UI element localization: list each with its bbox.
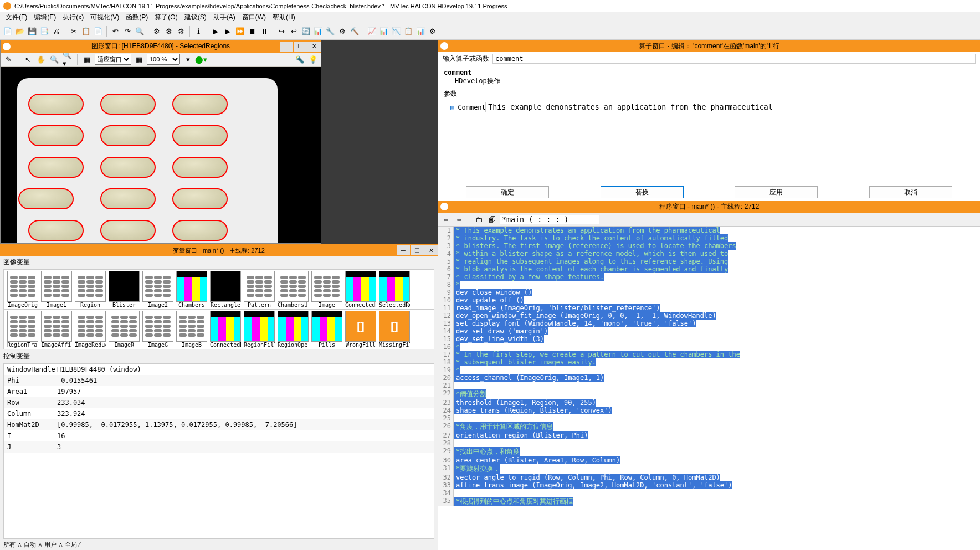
code-line[interactable]: 2* industry. The task is to check the co…	[438, 234, 980, 242]
operator-button-替换[interactable]: 替换	[601, 186, 684, 198]
toolbar-button[interactable]: 📉	[391, 26, 402, 37]
control-var-row[interactable]: WindowHandleH1EB8D9F4480 (window)	[4, 364, 434, 375]
toolbar-button[interactable]: ⏸	[259, 26, 270, 37]
toolbar-button[interactable]: 📋	[403, 26, 414, 37]
variable-thumbnail[interactable]: Chambers	[175, 271, 208, 308]
code-line[interactable]: 23threshold (Image1, Region, 90, 255)	[438, 399, 980, 407]
variable-thumbnail[interactable]: RegionOper	[276, 311, 310, 348]
code-line[interactable]: 3* blisters. The first image (reference)…	[438, 242, 980, 250]
operator-input[interactable]	[492, 54, 976, 64]
code-line[interactable]: 14dev_set_draw ('margin')	[438, 327, 980, 335]
fit-icon[interactable]: ▦	[81, 54, 93, 65]
toolbar-button[interactable]: ⚙	[427, 26, 438, 37]
variable-thumbnail[interactable]: ImageAffir	[40, 311, 73, 348]
toolbar-button[interactable]: 📊	[378, 26, 389, 37]
back-icon[interactable]: ⇦	[440, 214, 451, 225]
control-var-row[interactable]: Column323.924	[4, 408, 434, 419]
variable-thumbnail[interactable]: ConnectedR	[344, 271, 377, 308]
code-line[interactable]: 27orientation_region (Blister, Phi)	[438, 431, 980, 439]
variable-thumbnail[interactable]: ImageOrig	[6, 271, 39, 308]
minimize-button[interactable]: ─	[397, 245, 410, 255]
toolbar-button[interactable]: ↪	[276, 26, 287, 37]
toolbar-button[interactable]: ⏹	[247, 26, 258, 37]
code-line[interactable]: 33affine_trans_image (ImageOrig, Image2,…	[438, 481, 980, 489]
doc-icon[interactable]: ▤	[450, 104, 454, 111]
toolbar-button[interactable]: ↩	[288, 26, 299, 37]
toolbar-button[interactable]: 📄	[93, 26, 104, 37]
dropdown-icon[interactable]: ▾	[182, 54, 193, 65]
flashlight-icon[interactable]: 🔦	[294, 54, 305, 65]
toolbar-button[interactable]: 📊	[312, 26, 324, 37]
menu-item[interactable]: 建议(S)	[184, 13, 207, 22]
function-combo[interactable]	[500, 215, 599, 224]
toolbar-button[interactable]: ⚙	[151, 26, 162, 37]
code-line[interactable]: 4* within a blister shape as a reference…	[438, 250, 980, 258]
variable-thumbnail[interactable]: ImageB	[175, 311, 208, 348]
code-line[interactable]: 28	[438, 439, 980, 447]
maximize-button[interactable]: ☐	[411, 245, 424, 255]
control-var-row[interactable]: I16	[4, 430, 434, 441]
code-line[interactable]: 30area_center (Blister, Area1, Row, Colu…	[438, 456, 980, 464]
control-var-row[interactable]: J3	[4, 441, 434, 453]
menu-item[interactable]: 窗口(W)	[242, 13, 266, 22]
code-line[interactable]: 32vector_angle_to_rigid (Row, Column, Ph…	[438, 474, 980, 481]
operator-button-取消[interactable]: 取消	[869, 186, 952, 198]
toolbar-button[interactable]: 🔨	[349, 26, 360, 37]
nav-icon[interactable]: 🗐	[486, 214, 497, 225]
variable-thumbnail[interactable]: RegionTrar	[6, 311, 39, 348]
toolbar-button[interactable]: ▶	[210, 26, 221, 37]
toolbar-button[interactable]: 📈	[366, 26, 377, 37]
toolbar-button[interactable]: ✂	[68, 26, 79, 37]
code-line[interactable]: 6* blob analysis the content of each cha…	[438, 265, 980, 273]
code-line[interactable]: 15dev_set_line_width (3)	[438, 335, 980, 343]
variable-thumbnail[interactable]: Image2	[141, 271, 175, 308]
code-line[interactable]: 8*	[438, 281, 980, 289]
toolbar-button[interactable]: ▶	[222, 26, 233, 37]
variable-thumbnail[interactable]: Image	[310, 271, 343, 308]
variable-thumbnail[interactable]: SelectedRe	[378, 271, 411, 308]
code-line[interactable]: 29*找出中心点，和角度	[438, 447, 980, 456]
code-line[interactable]: 13set_display_font (WindowHandle, 14, 'm…	[438, 320, 980, 327]
code-line[interactable]: 18* subsequent blister images easily.	[438, 358, 980, 366]
control-var-row[interactable]: HomMat2D[0.99985, -0.0172955, 1.13975, 0…	[4, 419, 434, 430]
param-value-input[interactable]	[485, 102, 974, 112]
zoom-select[interactable]: 100 %	[147, 54, 180, 65]
variable-thumbnail[interactable]: ConnectedR	[209, 311, 242, 348]
variable-thumbnail[interactable]: RegionFill	[243, 311, 276, 348]
toolbar-button[interactable]: 📂	[14, 26, 25, 37]
menu-item[interactable]: 文件(F)	[6, 13, 27, 22]
menu-item[interactable]: 帮助(H)	[273, 13, 295, 22]
zoom-out-icon[interactable]: 🔍▾	[62, 54, 73, 65]
toolbar-button[interactable]: ↷	[122, 26, 133, 37]
color-icon[interactable]: ⬤▾	[196, 54, 207, 65]
toolbar-button[interactable]: 💾	[27, 26, 38, 37]
variable-tabs[interactable]: 所有 ∧ 自动 ∧ 用户 ∧ 全局 ∕	[0, 540, 438, 550]
forward-icon[interactable]: ⇨	[454, 214, 465, 225]
toolbar-button[interactable]: ℹ	[193, 26, 204, 37]
toolbar-button[interactable]: ↶	[110, 26, 121, 37]
control-var-row[interactable]: Row233.034	[4, 397, 434, 408]
variable-thumbnail[interactable]: Pills	[310, 311, 343, 348]
menu-item[interactable]: 函数(P)	[126, 13, 148, 22]
code-line[interactable]: 35*根据得到的中心点和角度对其进行画框	[438, 497, 980, 506]
graphics-viewport[interactable]	[1, 67, 321, 243]
nav-icon[interactable]: 🗀	[473, 214, 484, 225]
scale-icon[interactable]: ▦	[134, 54, 145, 65]
minimize-button[interactable]: ─	[280, 42, 293, 52]
toolbar-button[interactable]: 📄	[2, 26, 13, 37]
toolbar-button[interactable]: ⚙	[163, 26, 175, 37]
close-button[interactable]: ✕	[307, 42, 321, 52]
code-line[interactable]: 11read_image (ImageOrig, 'blister/bliste…	[438, 304, 980, 312]
variable-thumbnail[interactable]: ImageG	[141, 311, 175, 348]
toolbar-button[interactable]: 🔄	[300, 26, 311, 37]
menu-item[interactable]: 执行(x)	[63, 13, 84, 22]
code-editor[interactable]: 1* This example demonstrates an applicat…	[438, 226, 980, 550]
hand-icon[interactable]: ✋	[35, 54, 47, 65]
code-line[interactable]: 21	[438, 382, 980, 389]
toolbar-button[interactable]: 🖨	[51, 26, 62, 37]
code-line[interactable]: 12dev_open_window_fit_image (ImageOrig, …	[438, 312, 980, 320]
operator-button-应用[interactable]: 应用	[735, 186, 818, 198]
code-line[interactable]: 1* This example demonstrates an applicat…	[438, 227, 980, 234]
code-line[interactable]: 5* realign the subsequent images along t…	[438, 258, 980, 265]
variable-thumbnail[interactable]: Image1	[40, 271, 73, 308]
